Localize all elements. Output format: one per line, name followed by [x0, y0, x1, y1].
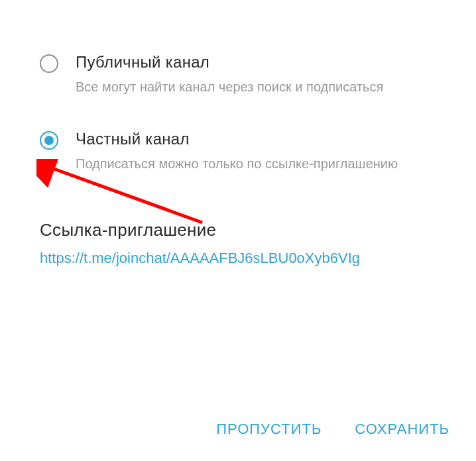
private-channel-description: Подписаться можно только по ссылке-пригл…: [76, 154, 436, 174]
invite-link-section: Ссылка-приглашение https://t.me/joinchat…: [40, 220, 436, 269]
radio-icon-unselected: [40, 54, 58, 73]
radio-icon-selected: [40, 131, 58, 150]
public-channel-description: Все могут найти канал через поиск и подп…: [76, 77, 436, 97]
private-channel-title: Частный канал: [76, 130, 436, 148]
private-channel-option[interactable]: Частный канал Подписаться можно только п…: [40, 130, 436, 174]
invite-link-url[interactable]: https://t.me/joinchat/AAAAAFBJ6sLBU0oXyb…: [40, 247, 436, 269]
invite-link-title: Ссылка-приглашение: [40, 220, 436, 240]
skip-button[interactable]: ПРОПУСТИТЬ: [216, 421, 322, 438]
public-channel-title: Публичный канал: [76, 53, 436, 72]
public-channel-option[interactable]: Публичный канал Все могут найти канал че…: [40, 53, 436, 97]
save-button[interactable]: СОХРАНИТЬ: [355, 421, 449, 438]
